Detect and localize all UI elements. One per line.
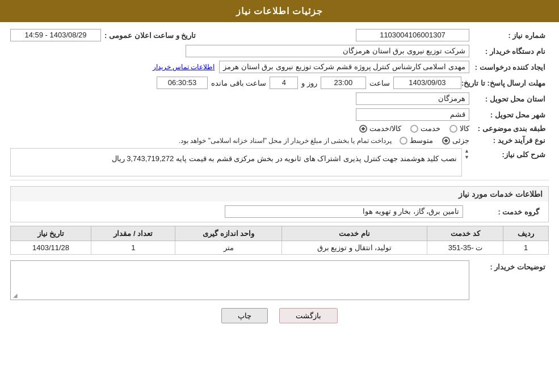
radio-khedmat-item[interactable]: خدمت: [410, 124, 440, 133]
page-container: جزئیات اطلاعات نیاز شماره نیاز : 1103004…: [0, 0, 559, 392]
mohlat-label: مهلت ارسال پاسخ: تا تاریخ:: [461, 79, 549, 87]
table-section: ردیف کد خدمت نام خدمت واحد اندازه گیری ت…: [10, 226, 549, 255]
nam-dasteghah-label: نام دستگاه خریدار :: [469, 47, 549, 56]
td-tedad: 1: [91, 241, 175, 255]
radio-kala-khedmat-circle[interactable]: [359, 125, 367, 133]
separator1: [10, 180, 549, 180]
radio-jozei-label: جزئی: [452, 136, 469, 145]
rooz-label: روز و: [301, 79, 317, 87]
shomare-niaz-value: 1103004106001307: [356, 29, 469, 41]
row-sharh: شرح کلی نیاز: ▲ ▼ نصب کلید هوشمند جهت کن…: [10, 148, 549, 176]
tarikh-elan-value: 1403/08/29 - 14:59: [10, 29, 101, 41]
td-radif: 1: [503, 241, 549, 255]
tozihat-label: توضیحات خریدار :: [469, 260, 549, 271]
radio-motovaset-label: متوسط: [410, 136, 433, 145]
tarighe-radio-group: کالا خدمت کالا/خدمت: [359, 124, 469, 133]
radio-khedmat-label: خدمت: [421, 124, 440, 133]
td-vahed: متر: [175, 241, 281, 255]
radio-jozei-circle[interactable]: [442, 137, 450, 145]
row-mohlat: مهلت ارسال پاسخ: تا تاریخ: 1403/09/03 سا…: [10, 77, 549, 89]
row-shahr: شهر محل تحویل : قشم: [10, 108, 549, 121]
farayand-desc: پرداخت تمام یا بخشی از مبلغ خریدار از مح…: [179, 137, 392, 145]
tarikh-elan-label: تاریخ و ساعت اعلان عمومی :: [101, 31, 199, 40]
saat-label: ساعت: [369, 79, 390, 87]
radio-kala-label: کالا: [460, 124, 469, 133]
radio-jozei-item[interactable]: جزئی: [442, 136, 469, 145]
buttons-row: بازگشت چاپ: [10, 308, 549, 323]
sharh-label: شرح کلی نیاز:: [469, 148, 549, 159]
tozihat-box[interactable]: [10, 260, 469, 300]
th-vahed: واحد اندازه گیری: [175, 226, 281, 241]
scroll-arrows[interactable]: ▲ ▼: [464, 148, 469, 161]
saat-val: 23:00: [321, 77, 366, 89]
ijad-konande-label: ایجاد کننده درخواست :: [469, 63, 549, 71]
row-tozihat: توضیحات خریدار :: [10, 260, 549, 300]
tarikh-val: 1403/09/03: [393, 77, 461, 89]
tarighe-label: طبقه بندی موضوعی :: [469, 124, 549, 133]
table-header-row: ردیف کد خدمت نام خدمت واحد اندازه گیری ت…: [11, 226, 549, 241]
radio-khedmat-circle[interactable]: [410, 125, 418, 133]
td-code: ت -35-351: [427, 241, 503, 255]
shahr-label: شهر محل تحویل :: [469, 111, 549, 119]
page-title: جزئیات اطلاعات نیاز: [236, 6, 323, 16]
radio-motovaset-item[interactable]: متوسط: [400, 136, 433, 145]
row-ostan: استان محل تحویل : هرمزگان: [10, 92, 549, 105]
radio-kala-item[interactable]: کالا: [449, 124, 469, 133]
th-code: کد خدمت: [427, 226, 503, 241]
scroll-up-icon[interactable]: ▲: [464, 148, 469, 154]
baqi-label: ساعت باقی مانده: [211, 79, 266, 87]
row-gorohe: گروه خدمت : تامین برق، گاز، بخار و تهویه…: [10, 201, 549, 222]
shomare-niaz-label: شماره نیاز :: [469, 31, 549, 40]
ijad-konande-value: مهدی اسلامی کارشناس کنترل پروژه قشم شرکت…: [219, 61, 469, 73]
th-tarikh: تاریخ نیاز: [11, 226, 91, 241]
row-tarighe: طبقه بندی موضوعی : کالا خدمت کالا/خدمت: [10, 124, 549, 133]
radio-kala-khedmat-label: کالا/خدمت: [369, 124, 401, 133]
row-shomare: شماره نیاز : 1103004106001307 تاریخ و سا…: [10, 29, 549, 41]
ostan-label: استان محل تحویل :: [469, 95, 549, 103]
gorohe-label: گروه خدمت :: [463, 208, 543, 216]
radio-kala-khedmat-item[interactable]: کالا/خدمت: [359, 124, 401, 133]
radio-kala-circle[interactable]: [449, 125, 457, 133]
nam-dasteghah-value: شرکت توزیع نیروی برق استان هرمزگان: [186, 45, 469, 57]
farayand-label: نوع فرآیند خرید :: [469, 136, 549, 145]
rooz-val: 4: [270, 77, 298, 89]
page-header: جزئیات اطلاعات نیاز: [0, 0, 559, 22]
ettelaat-tamas-link[interactable]: اطلاعات تماس خریدار: [153, 63, 215, 71]
th-name: نام خدمت: [281, 226, 427, 241]
table-row: 1ت -35-351تولید، انتقال و توزیع برقمتر11…: [11, 241, 549, 255]
print-button[interactable]: چاپ: [221, 308, 268, 323]
td-name: تولید، انتقال و توزیع برق: [281, 241, 427, 255]
farayand-radio-group: جزئی متوسط: [400, 136, 469, 145]
th-tedad: تعداد / مقدار: [91, 226, 175, 241]
sharh-content: ▲ ▼ نصب کلید هوشمند جهت کنترل پذیری اشتر…: [10, 148, 469, 176]
services-table: ردیف کد خدمت نام خدمت واحد اندازه گیری ت…: [10, 226, 549, 255]
th-radif: ردیف: [503, 226, 549, 241]
ostan-val: هرمزگان: [356, 92, 469, 105]
radio-motovaset-circle[interactable]: [400, 137, 407, 145]
khadamat-section-title: اطلاعات خدمات مورد نیاز: [10, 186, 549, 201]
td-tarikh: 1403/11/28: [11, 241, 91, 255]
row-farayand: نوع فرآیند خرید : جزئی متوسط پرداخت تمام…: [10, 136, 549, 145]
shahr-val: قشم: [356, 108, 469, 121]
sharh-val: نصب کلید هوشمند جهت کنترل پذیری اشتراک ه…: [10, 148, 462, 176]
back-button[interactable]: بازگشت: [279, 308, 338, 323]
gorohe-val: تامین برق، گاز، بخار و تهویه هوا: [225, 205, 463, 218]
baqi-val: 06:30:53: [157, 77, 208, 89]
row-dasteghah: نام دستگاه خریدار : شرکت توزیع نیروی برق…: [10, 45, 549, 57]
row-ijad: ایجاد کننده درخواست : مهدی اسلامی کارشنا…: [10, 61, 549, 73]
scroll-down-icon[interactable]: ▼: [464, 154, 469, 161]
main-content: شماره نیاز : 1103004106001307 تاریخ و سا…: [0, 22, 559, 335]
